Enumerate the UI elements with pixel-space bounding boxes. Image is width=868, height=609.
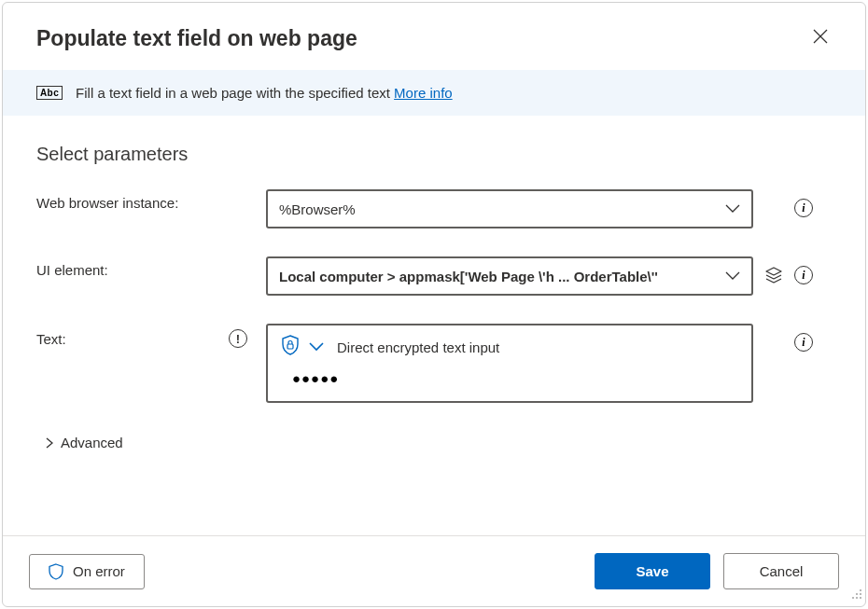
ui-element-select[interactable]: Local computer > appmask['Web Page \'h .… (266, 256, 753, 296)
section-title: Select parameters (36, 144, 832, 165)
info-icon: i (794, 199, 813, 217)
text-input-header: Direct encrypted text input (268, 325, 751, 365)
text-type-dropdown[interactable] (309, 342, 324, 352)
dialog-window: Populate text field on web page Abc Fill… (2, 2, 866, 607)
info-description: Fill a text field in a web page with the… (76, 85, 453, 101)
svg-point-2 (856, 593, 858, 595)
chevron-down-icon (725, 271, 740, 281)
shield-icon (49, 563, 63, 580)
svg-point-6 (860, 597, 861, 599)
ui-element-picker-button[interactable] (764, 266, 783, 284)
dialog-footer: On error Save Cancel (3, 535, 865, 606)
more-info-link[interactable]: More info (394, 85, 453, 101)
textfield-icon: Abc (36, 86, 63, 100)
svg-point-5 (856, 597, 858, 599)
dialog-title: Populate text field on web page (36, 26, 357, 51)
svg-point-1 (860, 589, 861, 591)
dialog-body: Select parameters Web browser instance: … (3, 116, 865, 535)
advanced-toggle[interactable]: Advanced (36, 431, 832, 454)
param-label-browser: Web browser instance: (36, 189, 266, 211)
browser-instance-value: %Browser% (279, 201, 356, 217)
close-icon (813, 29, 828, 44)
info-icon: i (794, 266, 813, 284)
cancel-button[interactable]: Cancel (723, 553, 839, 589)
param-row-ui-element: UI element: Local computer > appmask['We… (36, 256, 832, 296)
on-error-button[interactable]: On error (29, 554, 145, 589)
browser-instance-select[interactable]: %Browser% (266, 189, 753, 228)
layers-icon (764, 266, 783, 284)
dialog-header: Populate text field on web page (3, 3, 865, 70)
chevron-right-icon (46, 437, 53, 449)
text-type-label: Direct encrypted text input (337, 339, 499, 355)
info-button-ui-element[interactable]: i (794, 266, 813, 284)
svg-rect-0 (287, 344, 293, 349)
close-button[interactable] (809, 25, 832, 51)
text-input-value[interactable]: ●●●●● (268, 365, 751, 401)
ui-element-value: Local computer > appmask['Web Page \'h .… (279, 269, 658, 284)
info-icon: i (794, 333, 813, 352)
advanced-label: Advanced (61, 435, 123, 450)
param-label-ui-element: UI element: (36, 256, 266, 278)
warning-icon: ! (229, 329, 247, 348)
text-input-box[interactable]: Direct encrypted text input ●●●●● (266, 324, 753, 403)
svg-point-4 (852, 597, 854, 599)
info-bar: Abc Fill a text field in a web page with… (3, 70, 865, 116)
svg-point-3 (860, 593, 861, 595)
info-button-browser[interactable]: i (794, 199, 813, 217)
param-row-text: Text: ! Direct encrypted text input ●●●●… (36, 324, 832, 403)
param-row-browser: Web browser instance: %Browser% i (36, 189, 832, 228)
param-label-text: Text: ! (36, 324, 266, 348)
resize-grip-icon (851, 588, 862, 600)
resize-grip[interactable] (851, 587, 862, 603)
info-button-text[interactable]: i (794, 333, 813, 352)
lock-icon (281, 335, 300, 359)
footer-actions: Save Cancel (595, 553, 839, 589)
chevron-down-icon (725, 204, 740, 214)
save-button[interactable]: Save (595, 553, 710, 589)
